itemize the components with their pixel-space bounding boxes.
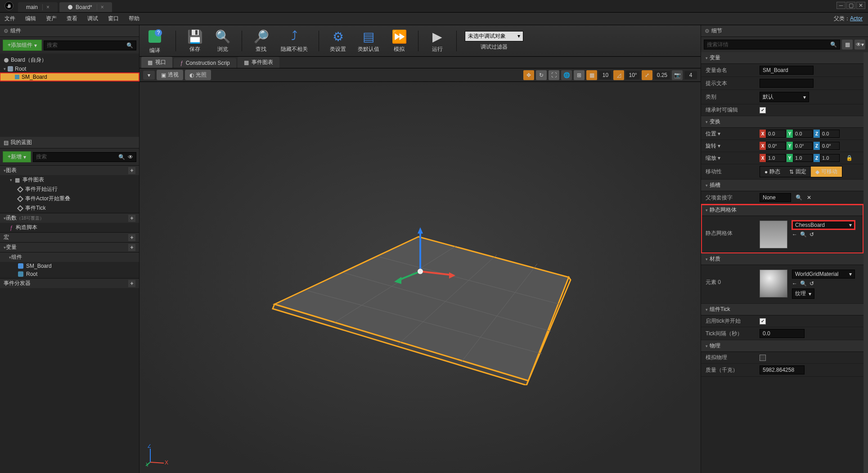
rotate-gizmo-button[interactable]: ↻	[536, 70, 547, 80]
grid-size[interactable]: 10	[599, 71, 612, 79]
section-socket[interactable]: ▾插槽	[701, 180, 864, 191]
menu-help[interactable]: 帮助	[129, 15, 139, 23]
rotation-xyz[interactable]: X0.0° Y0.0° Z0.0°	[760, 142, 840, 150]
section-dispatchers[interactable]: 事件分发器+	[0, 278, 139, 288]
search-icon[interactable]: 🔍	[796, 194, 802, 201]
play-button[interactable]: ▶运行	[427, 27, 448, 55]
construction-script-item[interactable]: ƒ构造脚本	[0, 223, 139, 232]
material-thumbnail[interactable]	[760, 270, 787, 297]
event-beginplay[interactable]: 事件开始运行	[0, 185, 139, 194]
menu-debug[interactable]: 调试	[87, 15, 98, 23]
expand-icon[interactable]: ▾	[4, 67, 6, 71]
viewport-options-button[interactable]: ▾	[143, 71, 155, 80]
add-macro-button[interactable]: +	[128, 234, 135, 241]
tab-construction-script[interactable]: ƒConstruction Scrip	[174, 58, 236, 68]
section-materials[interactable]: ▾材质	[701, 253, 864, 265]
use-selected-icon[interactable]: ←	[792, 231, 797, 238]
menu-window[interactable]: 窗口	[108, 15, 119, 23]
var-sm-board[interactable]: SM_Board	[0, 262, 139, 270]
section-variable[interactable]: ▾变量	[701, 52, 864, 64]
reset-icon[interactable]: ↺	[810, 280, 814, 287]
property-matrix-button[interactable]: ▦	[842, 40, 853, 50]
simulate-button[interactable]: ⏩模拟	[388, 27, 410, 55]
lock-scale-icon[interactable]: 🔒	[846, 155, 853, 161]
mesh-dropdown[interactable]: ChessBoard▾	[792, 221, 855, 230]
tick-enable-checkbox[interactable]: ✔	[760, 318, 766, 324]
section-transform[interactable]: ▾变换	[701, 116, 864, 128]
use-selected-icon[interactable]: ←	[792, 280, 797, 287]
section-graphs[interactable]: ▾图表+	[0, 165, 139, 175]
component-sm-board[interactable]: SM_Board	[0, 73, 139, 81]
tab-board[interactable]: Board*×	[59, 2, 112, 12]
details-search-input[interactable]: 搜索详情🔍	[704, 40, 840, 50]
section-static-mesh[interactable]: ▾静态网格体	[701, 204, 864, 216]
socket-value[interactable]: None	[760, 193, 791, 202]
section-variables[interactable]: ▾变量+	[0, 242, 139, 252]
menu-edit[interactable]: 编辑	[25, 15, 36, 23]
tab-main[interactable]: main×	[18, 2, 58, 12]
scale-snap-value[interactable]: 0.25	[654, 71, 670, 79]
inherit-checkbox[interactable]: ✔	[760, 107, 766, 113]
menu-view[interactable]: 查看	[67, 15, 77, 23]
section-physics[interactable]: ▾物理	[701, 340, 864, 352]
reset-icon[interactable]: ✕	[807, 194, 811, 201]
eye-icon[interactable]: 👁	[128, 154, 133, 160]
find-button[interactable]: 🔎查找	[250, 27, 272, 55]
scale-snap-button[interactable]: ⤢	[642, 70, 652, 80]
menu-asset[interactable]: 资产	[46, 15, 57, 23]
add-function-button[interactable]: +	[128, 215, 135, 222]
camera-speed-button[interactable]: 📷	[672, 70, 683, 80]
mass-input[interactable]	[760, 365, 805, 374]
hide-button[interactable]: ⤴隐藏不相关	[278, 27, 310, 55]
var-name-input[interactable]	[760, 66, 814, 75]
close-button[interactable]: ✕	[856, 2, 865, 9]
minimize-button[interactable]: ─	[837, 2, 846, 9]
scale-xyz[interactable]: X1.0 Y1.0 Z1.0	[760, 154, 840, 162]
tab-viewport[interactable]: ▦视口	[141, 57, 172, 68]
angle-value[interactable]: 10°	[626, 71, 639, 79]
section-functions[interactable]: ▾函数（18可覆盖）+	[0, 213, 139, 223]
event-tick[interactable]: 事件Tick	[0, 203, 139, 213]
simulate-physics-checkbox[interactable]	[760, 355, 766, 361]
mobility-selector[interactable]: ●静态 ⇅固定 ◆可移动	[760, 166, 842, 177]
section-macros[interactable]: 宏+	[0, 232, 139, 242]
category-dropdown[interactable]: 默认▾	[760, 92, 809, 102]
viewport-3d[interactable]: Z X Y	[139, 82, 701, 473]
variables-components[interactable]: ▾组件	[0, 252, 139, 262]
component-self[interactable]: Board（自身）	[0, 55, 139, 65]
browse-button[interactable]: 🔍浏览	[212, 27, 234, 55]
add-component-button[interactable]: +添加组件▾	[3, 40, 42, 51]
browse-icon[interactable]: 🔍	[800, 231, 807, 238]
add-dispatcher-button[interactable]: +	[128, 280, 135, 287]
section-component-tick[interactable]: ▾组件Tick	[701, 304, 864, 315]
menu-file[interactable]: 文件	[4, 15, 15, 23]
reset-icon[interactable]: ↺	[810, 231, 814, 238]
event-overlap[interactable]: 事件Actor开始重叠	[0, 194, 139, 203]
compile-button[interactable]: ?编译	[142, 25, 167, 56]
add-new-button[interactable]: +新增▾	[3, 151, 31, 162]
transform-gizmo[interactable]	[384, 226, 456, 298]
add-graph-button[interactable]: +	[128, 167, 135, 174]
close-icon[interactable]: ×	[42, 4, 49, 10]
parent-class-link[interactable]: Actor	[850, 15, 863, 22]
eventgraph-item[interactable]: ▾▦事件图表	[0, 175, 139, 185]
class-defaults-button[interactable]: ▤类默认值	[355, 27, 382, 55]
view-options-button[interactable]: 👁▾	[855, 40, 865, 50]
camera-speed-value[interactable]: 4	[684, 71, 697, 79]
var-root[interactable]: Root	[0, 270, 139, 278]
components-search-input[interactable]: 搜索🔍	[44, 41, 136, 50]
class-settings-button[interactable]: ⚙类设置	[327, 27, 349, 55]
texture-dropdown[interactable]: 纹理▾	[792, 288, 814, 299]
component-root[interactable]: ▾Root	[0, 65, 139, 73]
close-icon[interactable]: ×	[97, 4, 104, 10]
tooltip-input[interactable]	[760, 79, 814, 88]
mesh-thumbnail[interactable]	[760, 221, 787, 248]
grid-button[interactable]: ▦	[586, 70, 597, 80]
translate-gizmo-button[interactable]: ✥	[523, 70, 534, 80]
add-variable-button[interactable]: +	[128, 244, 135, 251]
maximize-button[interactable]: ▢	[846, 2, 855, 9]
save-button[interactable]: 💾保存	[184, 27, 206, 55]
angle-snap-button[interactable]: ◿	[613, 70, 624, 80]
browse-icon[interactable]: 🔍	[800, 280, 807, 287]
scale-gizmo-button[interactable]: ⛶	[549, 70, 559, 80]
